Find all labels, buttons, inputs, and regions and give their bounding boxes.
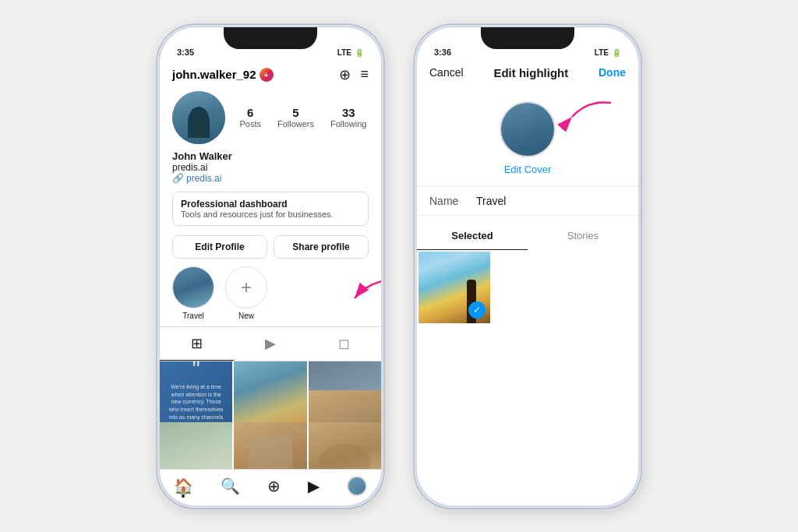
following-num: 33 (330, 106, 366, 119)
profile-bio: predis.ai (172, 162, 369, 173)
highlight-travel-label: Travel (182, 312, 203, 320)
edit-header: Cancel Edit highlight Done (417, 62, 638, 86)
posts-num: 6 (239, 106, 261, 119)
nav-reels-icon[interactable]: ▶ (308, 477, 320, 495)
highlights-container: Travel + New (160, 263, 381, 326)
username-text: john.walker_92 (172, 68, 256, 81)
add-icon[interactable]: ⊕ (339, 66, 351, 83)
link-icon: 🔗 (172, 173, 184, 184)
edit-avatar-img (501, 103, 554, 156)
time-2: 3:36 (434, 48, 451, 57)
profile-section: 6 Posts 5 Followers 33 Following (160, 86, 381, 149)
profile-link[interactable]: 🔗 predis.ai (172, 173, 369, 184)
tab-grid[interactable]: ⊞ (160, 327, 234, 361)
signal-1: LTE (337, 48, 351, 57)
followers-label: Followers (277, 119, 314, 129)
highlight-travel[interactable]: Travel (172, 266, 214, 320)
avatar-silhouette (188, 107, 210, 138)
edit-cover-avatar[interactable] (500, 101, 556, 157)
nav-home-icon[interactable]: 🏠 (174, 477, 193, 495)
signal-2: LTE (595, 48, 609, 57)
following-label: Following (330, 119, 366, 129)
avatar[interactable] (172, 91, 225, 144)
name-row: Name Travel (417, 186, 638, 216)
name-label: Name (429, 195, 476, 207)
grid-cell-3[interactable] (160, 422, 232, 469)
pro-dashboard-title: Professional dashboard (181, 199, 360, 210)
avatar-image (172, 91, 225, 144)
grid-cell-5[interactable] (309, 422, 381, 469)
stat-posts: 6 Posts (239, 106, 261, 129)
selected-checkmark: ✓ (468, 301, 486, 319)
ig-header: john.walker_92 + ⊕ ≡ (160, 62, 381, 86)
notch-2 (481, 27, 574, 49)
stats-row: 6 Posts 5 Followers 33 Following (238, 106, 369, 129)
pro-dashboard-sub: Tools and resources just for businesses. (181, 210, 360, 219)
pro-dashboard-box[interactable]: Professional dashboard Tools and resourc… (172, 192, 369, 226)
selected-cell-1[interactable]: ✓ (418, 252, 490, 323)
highlight-new-plus: + (225, 266, 267, 308)
highlight-travel-img (173, 267, 214, 308)
stat-followers: 5 Followers (277, 106, 314, 129)
share-profile-button[interactable]: Share profile (274, 235, 369, 259)
cancel-button[interactable]: Cancel (429, 66, 464, 79)
tab-reels[interactable]: ▶ (234, 327, 308, 361)
battery-icon-2: 🔋 (612, 48, 621, 57)
tab-selected[interactable]: Selected (417, 222, 528, 250)
nav-search-icon[interactable]: 🔍 (221, 477, 240, 495)
time-1: 3:35 (177, 48, 194, 57)
tab-tagged[interactable]: ◻ (307, 327, 381, 361)
bottom-nav: 🏠 🔍 ⊕ ▶ (160, 469, 381, 506)
edit-cover-label[interactable]: Edit Cover (504, 164, 552, 175)
profile-info: John Walker predis.ai 🔗 predis.ai (160, 149, 381, 187)
selected-tabs: Selected Stories (417, 222, 638, 250)
grid-cell-4[interactable] (234, 422, 306, 469)
photo-grid: " We're living at a time when attention … (160, 361, 381, 469)
highlight-new[interactable]: + New (225, 266, 267, 320)
edit-profile-button[interactable]: Edit Profile (172, 235, 267, 259)
highlights-row: Travel + New (160, 263, 381, 326)
action-buttons: Edit Profile Share profile (160, 231, 381, 263)
edit-highlight-title: Edit highlight (493, 66, 568, 79)
screen-2: Cancel Edit highlight Done Edit Cover (417, 62, 638, 506)
notch (224, 27, 317, 49)
menu-icon[interactable]: ≡ (360, 66, 369, 83)
quote-mark: " (192, 361, 200, 380)
profile-name: John Walker (172, 150, 369, 162)
tab-stories[interactable]: Stories (528, 222, 638, 250)
done-button[interactable]: Done (598, 66, 626, 79)
edit-cover-area: Edit Cover (417, 86, 638, 186)
posts-label: Posts (239, 119, 261, 129)
selected-grid: ✓ (417, 250, 638, 506)
nav-avatar[interactable] (347, 476, 367, 496)
header-icons: ⊕ ≡ (339, 66, 369, 83)
phone-2: 3:36 LTE 🔋 Cancel Edit highlight Done Ed… (415, 25, 641, 508)
phone-1: 3:35 LTE 🔋 john.walker_92 + ⊕ ≡ (157, 25, 383, 508)
plus-badge[interactable]: + (260, 68, 274, 82)
username-row: john.walker_92 + (172, 68, 274, 82)
followers-num: 5 (277, 106, 314, 119)
highlight-new-label: New (238, 312, 254, 320)
tabs-row: ⊞ ▶ ◻ (160, 326, 381, 361)
stat-following: 33 Following (330, 106, 366, 129)
highlight-travel-circle (172, 266, 214, 308)
screen-1: john.walker_92 + ⊕ ≡ (160, 62, 381, 506)
name-value[interactable]: Travel (476, 195, 506, 207)
battery-icon-1: 🔋 (355, 48, 364, 57)
nav-add-icon[interactable]: ⊕ (267, 477, 281, 495)
